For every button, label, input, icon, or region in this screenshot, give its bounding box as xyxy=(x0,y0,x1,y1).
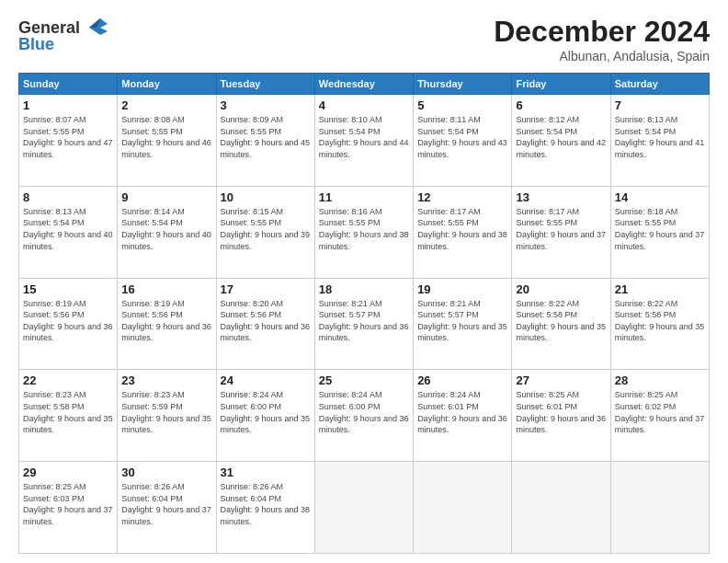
calendar-cell xyxy=(512,462,610,554)
calendar-cell xyxy=(610,462,709,554)
col-sunday: Sunday xyxy=(19,74,118,95)
calendar-cell: 26Sunrise: 8:24 AMSunset: 6:01 PMDayligh… xyxy=(414,370,512,462)
day-info: Sunrise: 8:24 AMSunset: 6:00 PMDaylight:… xyxy=(319,389,409,435)
day-number: 29 xyxy=(23,465,113,479)
col-thursday: Thursday xyxy=(414,74,512,95)
calendar-cell: 7Sunrise: 8:13 AMSunset: 5:54 PMDaylight… xyxy=(610,95,709,187)
day-number: 21 xyxy=(615,282,705,296)
day-number: 6 xyxy=(516,98,606,112)
col-monday: Monday xyxy=(118,74,216,95)
calendar-cell: 3Sunrise: 8:09 AMSunset: 5:55 PMDaylight… xyxy=(216,95,314,187)
day-info: Sunrise: 8:16 AMSunset: 5:55 PMDaylight:… xyxy=(319,206,409,252)
calendar-cell: 27Sunrise: 8:25 AMSunset: 6:01 PMDayligh… xyxy=(512,370,610,462)
calendar-cell: 13Sunrise: 8:17 AMSunset: 5:55 PMDayligh… xyxy=(512,186,610,278)
day-info: Sunrise: 8:21 AMSunset: 5:57 PMDaylight:… xyxy=(417,298,507,344)
day-info: Sunrise: 8:10 AMSunset: 5:54 PMDaylight:… xyxy=(319,114,409,160)
day-number: 30 xyxy=(121,465,211,479)
calendar-cell: 30Sunrise: 8:26 AMSunset: 6:04 PMDayligh… xyxy=(118,462,216,554)
calendar-cell: 11Sunrise: 8:16 AMSunset: 5:55 PMDayligh… xyxy=(314,186,413,278)
day-number: 9 xyxy=(121,190,211,204)
calendar-title: December 2024 xyxy=(494,15,710,49)
calendar-cell: 16Sunrise: 8:19 AMSunset: 5:56 PMDayligh… xyxy=(118,278,216,370)
col-friday: Friday xyxy=(512,74,610,95)
day-info: Sunrise: 8:23 AMSunset: 5:58 PMDaylight:… xyxy=(23,389,113,435)
calendar-week-2: 15Sunrise: 8:19 AMSunset: 5:56 PMDayligh… xyxy=(19,278,710,370)
day-info: Sunrise: 8:23 AMSunset: 5:59 PMDaylight:… xyxy=(121,389,211,435)
calendar-week-4: 29Sunrise: 8:25 AMSunset: 6:03 PMDayligh… xyxy=(19,462,710,554)
day-number: 13 xyxy=(516,190,606,204)
calendar-cell: 29Sunrise: 8:25 AMSunset: 6:03 PMDayligh… xyxy=(19,462,118,554)
calendar-cell: 15Sunrise: 8:19 AMSunset: 5:56 PMDayligh… xyxy=(19,278,118,370)
day-info: Sunrise: 8:12 AMSunset: 5:54 PMDaylight:… xyxy=(516,114,606,160)
day-number: 1 xyxy=(23,98,113,112)
calendar-cell: 12Sunrise: 8:17 AMSunset: 5:55 PMDayligh… xyxy=(414,186,512,278)
day-number: 19 xyxy=(417,282,507,296)
day-number: 4 xyxy=(319,98,409,112)
day-info: Sunrise: 8:08 AMSunset: 5:55 PMDaylight:… xyxy=(121,114,211,160)
day-info: Sunrise: 8:13 AMSunset: 5:54 PMDaylight:… xyxy=(23,206,113,252)
day-info: Sunrise: 8:15 AMSunset: 5:55 PMDaylight:… xyxy=(221,206,311,252)
day-info: Sunrise: 8:22 AMSunset: 5:58 PMDaylight:… xyxy=(516,298,606,344)
day-info: Sunrise: 8:09 AMSunset: 5:55 PMDaylight:… xyxy=(221,114,311,160)
day-number: 14 xyxy=(615,190,705,204)
calendar-cell xyxy=(314,462,413,554)
header-row: Sunday Monday Tuesday Wednesday Thursday… xyxy=(19,74,710,95)
calendar-cell: 4Sunrise: 8:10 AMSunset: 5:54 PMDaylight… xyxy=(314,95,413,187)
day-info: Sunrise: 8:13 AMSunset: 5:54 PMDaylight:… xyxy=(615,114,705,160)
day-number: 11 xyxy=(319,190,409,204)
calendar-cell: 25Sunrise: 8:24 AMSunset: 6:00 PMDayligh… xyxy=(314,370,413,462)
col-tuesday: Tuesday xyxy=(216,74,314,95)
calendar-cell: 5Sunrise: 8:11 AMSunset: 5:54 PMDaylight… xyxy=(414,95,512,187)
calendar-cell: 31Sunrise: 8:26 AMSunset: 6:04 PMDayligh… xyxy=(216,462,314,554)
day-number: 15 xyxy=(23,282,113,296)
day-number: 7 xyxy=(615,98,705,112)
day-number: 28 xyxy=(615,373,705,387)
calendar-cell: 9Sunrise: 8:14 AMSunset: 5:54 PMDaylight… xyxy=(118,186,216,278)
day-info: Sunrise: 8:11 AMSunset: 5:54 PMDaylight:… xyxy=(417,114,507,160)
day-number: 27 xyxy=(516,373,606,387)
day-number: 10 xyxy=(221,190,311,204)
day-number: 24 xyxy=(221,373,311,387)
calendar-week-3: 22Sunrise: 8:23 AMSunset: 5:58 PMDayligh… xyxy=(19,370,710,462)
calendar-cell: 24Sunrise: 8:24 AMSunset: 6:00 PMDayligh… xyxy=(216,370,314,462)
calendar-cell: 20Sunrise: 8:22 AMSunset: 5:58 PMDayligh… xyxy=(512,278,610,370)
day-number: 3 xyxy=(221,98,311,112)
day-info: Sunrise: 8:25 AMSunset: 6:01 PMDaylight:… xyxy=(516,389,606,435)
day-number: 8 xyxy=(23,190,113,204)
page: General Blue December 2024 Albunan, Anda… xyxy=(0,0,728,563)
calendar-cell xyxy=(414,462,512,554)
day-number: 20 xyxy=(516,282,606,296)
calendar-table: Sunday Monday Tuesday Wednesday Thursday… xyxy=(18,73,710,554)
day-number: 26 xyxy=(417,373,507,387)
calendar-cell: 2Sunrise: 8:08 AMSunset: 5:55 PMDaylight… xyxy=(118,95,216,187)
day-info: Sunrise: 8:07 AMSunset: 5:55 PMDaylight:… xyxy=(23,114,113,160)
calendar-cell: 14Sunrise: 8:18 AMSunset: 5:55 PMDayligh… xyxy=(610,186,709,278)
day-info: Sunrise: 8:26 AMSunset: 6:04 PMDaylight:… xyxy=(221,481,311,527)
day-info: Sunrise: 8:14 AMSunset: 5:54 PMDaylight:… xyxy=(121,206,211,252)
calendar-cell: 19Sunrise: 8:21 AMSunset: 5:57 PMDayligh… xyxy=(414,278,512,370)
header: General Blue December 2024 Albunan, Anda… xyxy=(18,15,710,63)
calendar-cell: 17Sunrise: 8:20 AMSunset: 5:56 PMDayligh… xyxy=(216,278,314,370)
day-info: Sunrise: 8:21 AMSunset: 5:57 PMDaylight:… xyxy=(319,298,409,344)
title-section: December 2024 Albunan, Andalusia, Spain xyxy=(494,15,710,63)
day-number: 5 xyxy=(417,98,507,112)
calendar-cell: 10Sunrise: 8:15 AMSunset: 5:55 PMDayligh… xyxy=(216,186,314,278)
day-number: 23 xyxy=(121,373,211,387)
day-info: Sunrise: 8:24 AMSunset: 6:00 PMDaylight:… xyxy=(221,389,311,435)
calendar-cell: 21Sunrise: 8:22 AMSunset: 5:58 PMDayligh… xyxy=(610,278,709,370)
col-wednesday: Wednesday xyxy=(314,74,413,95)
calendar-subtitle: Albunan, Andalusia, Spain xyxy=(494,49,710,63)
logo-bird-icon xyxy=(82,15,111,40)
calendar-cell: 18Sunrise: 8:21 AMSunset: 5:57 PMDayligh… xyxy=(314,278,413,370)
day-number: 22 xyxy=(23,373,113,387)
day-info: Sunrise: 8:19 AMSunset: 5:56 PMDaylight:… xyxy=(23,298,113,344)
day-info: Sunrise: 8:18 AMSunset: 5:55 PMDaylight:… xyxy=(615,206,705,252)
day-number: 25 xyxy=(319,373,409,387)
day-number: 31 xyxy=(221,465,311,479)
calendar-cell: 1Sunrise: 8:07 AMSunset: 5:55 PMDaylight… xyxy=(19,95,118,187)
day-info: Sunrise: 8:24 AMSunset: 6:01 PMDaylight:… xyxy=(417,389,507,435)
day-info: Sunrise: 8:17 AMSunset: 5:55 PMDaylight:… xyxy=(417,206,507,252)
day-info: Sunrise: 8:22 AMSunset: 5:58 PMDaylight:… xyxy=(615,298,705,344)
day-number: 18 xyxy=(319,282,409,296)
day-number: 17 xyxy=(221,282,311,296)
